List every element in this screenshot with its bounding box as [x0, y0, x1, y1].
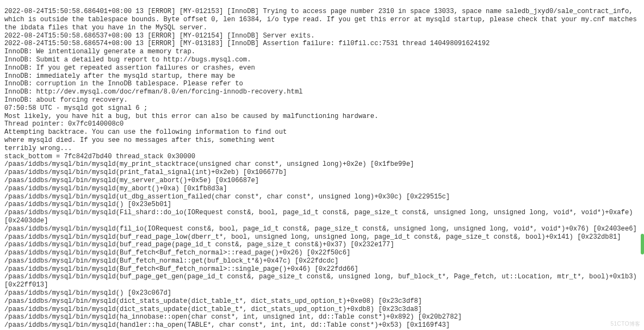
scroll-indicator[interactable] [641, 234, 644, 254]
watermark: 51CTO博客 [610, 320, 641, 328]
log-output: 2022-08-24T15:50:58.686401+08:00 13 [ERR… [0, 7, 644, 330]
